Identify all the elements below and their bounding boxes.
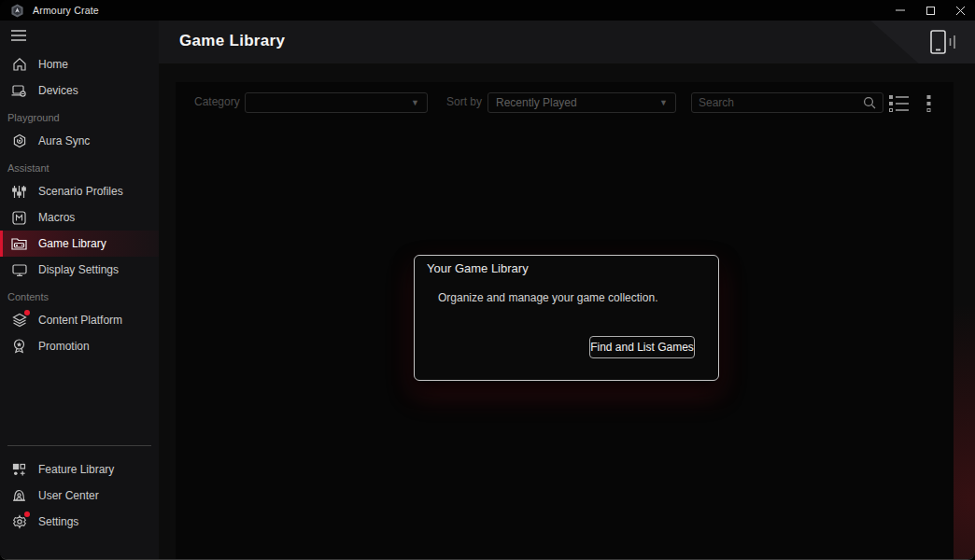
sidebar-item-label: Feature Library (38, 463, 114, 476)
home-icon (11, 57, 27, 73)
window-controls (885, 0, 975, 21)
sidebar-item-scenario-profiles[interactable]: Scenario Profiles (0, 178, 159, 204)
sidebar-item-user-center[interactable]: User Center (0, 483, 159, 509)
medal-icon (11, 339, 27, 355)
armoury-crate-logo-icon (10, 4, 24, 18)
sort-by-dropdown[interactable]: Recently Played ▼ (488, 92, 676, 113)
close-button[interactable] (945, 0, 975, 21)
sidebar-item-label: Scenario Profiles (38, 185, 123, 198)
dialog-body-text: Organize and manage your game collection… (438, 291, 657, 304)
find-and-list-games-button[interactable]: Find and List Games (589, 336, 695, 358)
notification-dot (24, 310, 30, 315)
layers-icon (11, 313, 27, 329)
list-view-icon[interactable] (888, 94, 909, 113)
sidebar-item-feature-library[interactable]: Feature Library (0, 456, 159, 483)
sidebar-item-label: Devices (38, 84, 78, 97)
sidebar-item-display-settings[interactable]: Display Settings (0, 257, 159, 283)
game-folder-icon (11, 236, 27, 252)
macro-icon (11, 210, 27, 226)
user-bell-icon (11, 488, 27, 504)
sidebar-item-home[interactable]: Home (0, 51, 159, 77)
your-game-library-dialog: Your Game Library Organize and manage yo… (414, 255, 719, 381)
sidebar-item-label: Promotion (38, 340, 90, 353)
sidebar-item-settings[interactable]: Settings (0, 509, 159, 535)
dialog-title: Your Game Library (427, 261, 529, 275)
sidebar-item-label: Macros (38, 211, 75, 224)
aura-sync-icon (11, 133, 27, 149)
sidebar-item-label: Content Platform (38, 314, 122, 327)
maximize-button[interactable] (915, 0, 945, 21)
title-bar: Armoury Crate (0, 0, 975, 21)
sidebar-item-label: Home (38, 58, 68, 71)
page-title: Game Library (179, 32, 285, 50)
sidebar-section-playground: Playground (0, 104, 159, 128)
sidebar-item-macros[interactable]: Macros (0, 204, 159, 231)
sidebar-item-content-platform[interactable]: Content Platform (0, 307, 159, 333)
notification-dot (24, 511, 30, 517)
sidebar-item-game-library[interactable]: Game Library (0, 231, 159, 257)
sort-by-value: Recently Played (496, 96, 654, 109)
search-icon[interactable] (863, 96, 876, 109)
monitor-icon (11, 262, 27, 278)
sidebar-section-contents: Contents (0, 283, 159, 307)
sidebar-bottom-group: Feature Library User Center Settings (0, 445, 159, 535)
feature-grid-icon (11, 462, 27, 478)
tile-view-icon[interactable] (918, 94, 939, 113)
sidebar-item-devices[interactable]: Devices (0, 77, 159, 104)
content-area: Category ▼ Sort by Recently Played ▼ (159, 63, 975, 559)
chevron-down-icon: ▼ (411, 98, 419, 107)
devices-icon (11, 83, 27, 99)
armoury-crate-window: Armoury Crate Home (0, 0, 975, 560)
mobile-device-icon[interactable] (930, 30, 956, 54)
sidebar-item-label: Settings (38, 515, 78, 528)
page-header: Game Library (159, 21, 975, 63)
sidebar-item-promotion[interactable]: Promotion (0, 333, 159, 359)
sort-by-label: Sort by (446, 95, 482, 108)
sidebar: Home Devices Playground Aura Sync Assist… (0, 21, 159, 559)
sidebar-item-label: Aura Sync (38, 134, 90, 147)
search-box (691, 92, 883, 113)
search-input[interactable] (699, 96, 863, 109)
app-title: Armoury Crate (33, 5, 99, 16)
hamburger-menu-icon[interactable] (11, 28, 26, 45)
sidebar-divider (7, 445, 151, 446)
sliders-icon (11, 184, 27, 200)
category-dropdown[interactable]: ▼ (245, 92, 428, 113)
sidebar-item-label: User Center (38, 489, 99, 502)
category-label: Category (194, 95, 240, 108)
gear-icon (11, 514, 27, 530)
sidebar-item-label: Display Settings (38, 263, 119, 276)
sidebar-item-label: Game Library (38, 237, 106, 250)
sidebar-item-aura-sync[interactable]: Aura Sync (0, 128, 159, 154)
sidebar-section-assistant: Assistant (0, 154, 159, 178)
header-corner-panel (870, 21, 975, 63)
chevron-down-icon: ▼ (659, 98, 668, 107)
minimize-button[interactable] (885, 0, 915, 21)
